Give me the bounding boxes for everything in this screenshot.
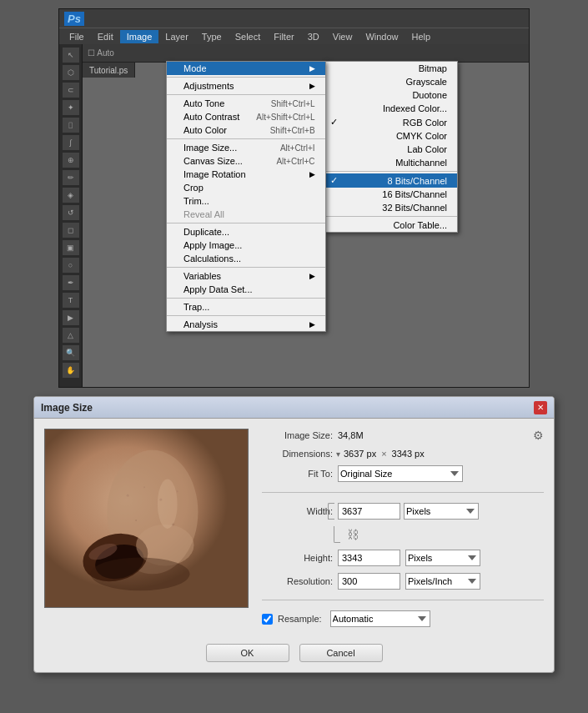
divider-resample bbox=[262, 600, 544, 600]
tool-pen[interactable]: ✒ bbox=[63, 275, 79, 290]
menu-layer[interactable]: Layer bbox=[158, 30, 195, 43]
ps-canvas-tab[interactable]: Tutorial.ps bbox=[83, 63, 135, 78]
mode-16bits[interactable]: 16 Bits/Channel bbox=[325, 188, 457, 201]
link-chain-icon: ⛓ bbox=[347, 528, 359, 541]
divider-5 bbox=[167, 267, 325, 268]
svg-point-11 bbox=[159, 499, 162, 501]
mode-cmyk-color[interactable]: CMYK Color bbox=[325, 129, 457, 143]
menu-item-adjustments-arrow: ▶ bbox=[309, 82, 315, 90]
menu-item-trap[interactable]: Trap... bbox=[167, 300, 325, 314]
mode-8bits[interactable]: ✓ 8 Bits/Channel bbox=[325, 173, 457, 188]
dimensions-x: × bbox=[381, 449, 386, 459]
menu-item-reveal-all-label: Reveal All bbox=[183, 209, 224, 219]
options-auto-text: ☐ Auto bbox=[88, 48, 114, 58]
fit-to-select[interactable]: Original Size Custom bbox=[338, 465, 463, 482]
resolution-label: Resolution: bbox=[262, 576, 333, 586]
height-unit-select[interactable]: Pixels Inches Centimeters bbox=[405, 550, 480, 566]
tool-text[interactable]: T bbox=[63, 293, 79, 308]
mode-multichannel-label: Multichannel bbox=[395, 158, 447, 168]
tool-history[interactable]: ↺ bbox=[63, 205, 79, 220]
dimensions-width-value: 3637 px bbox=[344, 449, 376, 459]
menu-item-canvas-size[interactable]: Canvas Size... Alt+Ctrl+C bbox=[167, 154, 325, 168]
divider-6 bbox=[167, 298, 325, 299]
mode-color-table[interactable]: Color Table... bbox=[325, 218, 457, 232]
menu-view[interactable]: View bbox=[326, 30, 359, 43]
tool-hand[interactable]: ✋ bbox=[63, 363, 79, 378]
resample-checkbox[interactable] bbox=[262, 614, 273, 625]
menu-item-analysis-arrow: ▶ bbox=[309, 320, 315, 329]
menu-3d[interactable]: 3D bbox=[301, 30, 326, 43]
tool-magic-wand[interactable]: ✦ bbox=[63, 100, 79, 115]
mode-grayscale[interactable]: Grayscale bbox=[325, 75, 457, 88]
tool-clone[interactable]: ◈ bbox=[63, 188, 79, 203]
resolution-row: Resolution: Pixels/Inch Pixels/Centimete… bbox=[262, 573, 544, 590]
menu-item-calculations[interactable]: Calculations... bbox=[167, 252, 325, 265]
tool-heal[interactable]: ⊕ bbox=[63, 153, 79, 168]
mode-bitmap[interactable]: Bitmap bbox=[325, 62, 457, 75]
menu-window[interactable]: Window bbox=[359, 30, 405, 43]
menu-item-crop[interactable]: Crop bbox=[167, 181, 325, 194]
ok-button[interactable]: OK bbox=[206, 644, 289, 662]
menu-edit[interactable]: Edit bbox=[91, 30, 120, 43]
width-input[interactable] bbox=[338, 503, 400, 520]
tool-gradient[interactable]: ▣ bbox=[63, 240, 79, 255]
tool-move[interactable]: ↖ bbox=[63, 48, 79, 63]
image-size-row: Image Size: 34,8M ⚙ bbox=[262, 429, 544, 442]
dialog-footer: OK Cancel bbox=[34, 637, 554, 672]
menu-type[interactable]: Type bbox=[195, 30, 229, 43]
resample-select[interactable]: Automatic Preserve Details Bicubic Smoot… bbox=[330, 610, 430, 627]
tool-zoom[interactable]: 🔍 bbox=[63, 345, 79, 360]
svg-point-14 bbox=[172, 523, 174, 525]
menu-item-analysis[interactable]: Analysis ▶ bbox=[167, 318, 325, 331]
menu-image[interactable]: Image bbox=[120, 30, 159, 43]
menu-item-trim[interactable]: Trim... bbox=[167, 194, 325, 208]
mode-8bits-label: 8 Bits/Channel bbox=[387, 176, 447, 186]
image-size-value: 34,8M bbox=[338, 430, 364, 440]
mode-lab-color[interactable]: Lab Color bbox=[325, 143, 457, 156]
menu-filter[interactable]: Filter bbox=[267, 30, 300, 43]
width-unit-select[interactable]: Pixels Inches Centimeters bbox=[404, 503, 479, 520]
menu-item-image-rotation[interactable]: Image Rotation ▶ bbox=[167, 168, 325, 181]
resolution-input[interactable] bbox=[338, 573, 400, 590]
menu-item-auto-color[interactable]: Auto Color Shift+Ctrl+B bbox=[167, 123, 325, 137]
menu-item-auto-tone[interactable]: Auto Tone Shift+Ctrl+L bbox=[167, 97, 325, 110]
menu-help[interactable]: Help bbox=[405, 30, 438, 43]
mode-indexed-color[interactable]: Indexed Color... bbox=[325, 102, 457, 115]
menu-file[interactable]: File bbox=[63, 30, 91, 43]
menu-item-variables[interactable]: Variables ▶ bbox=[167, 269, 325, 283]
tool-shape[interactable]: △ bbox=[63, 328, 79, 343]
dimensions-arrow[interactable]: ▾ bbox=[336, 449, 340, 459]
menu-select[interactable]: Select bbox=[229, 30, 268, 43]
menu-item-duplicate[interactable]: Duplicate... bbox=[167, 225, 325, 239]
image-dropdown-menu: Mode ▶ Adjustments ▶ Auto Tone Shift+Ctr… bbox=[166, 61, 326, 332]
tool-eraser[interactable]: ◻ bbox=[63, 223, 79, 238]
tool-select[interactable]: ⬡ bbox=[63, 65, 79, 80]
menu-item-adjustments[interactable]: Adjustments ▶ bbox=[167, 79, 325, 93]
tool-path-select[interactable]: ▶ bbox=[63, 310, 79, 325]
menu-item-apply-data-set[interactable]: Apply Data Set... bbox=[167, 283, 325, 296]
tool-brush[interactable]: ✏ bbox=[63, 170, 79, 185]
tool-eyedropper[interactable]: ∫ bbox=[63, 135, 79, 150]
gear-icon[interactable]: ⚙ bbox=[533, 429, 544, 442]
svg-point-13 bbox=[135, 520, 137, 521]
tool-dodge[interactable]: ○ bbox=[63, 258, 79, 273]
fit-to-label: Fit To: bbox=[262, 469, 333, 479]
mode-rgb-color[interactable]: ✓ RGB Color bbox=[325, 115, 457, 129]
mode-submenu: Bitmap Grayscale Duotone Indexed Color..… bbox=[324, 61, 458, 233]
menu-item-mode[interactable]: Mode ▶ bbox=[167, 62, 325, 75]
mode-8bits-check: ✓ bbox=[330, 175, 342, 186]
mode-multichannel[interactable]: Multichannel bbox=[325, 156, 457, 169]
tool-lasso[interactable]: ⊂ bbox=[63, 83, 79, 98]
dialog-close-button[interactable]: ✕ bbox=[534, 401, 547, 414]
tool-crop[interactable]: ⌷ bbox=[63, 118, 79, 133]
resolution-unit-select[interactable]: Pixels/Inch Pixels/Centimeter bbox=[405, 573, 480, 590]
mode-32bits[interactable]: 32 Bits/Channel bbox=[325, 201, 457, 214]
height-input[interactable] bbox=[338, 550, 400, 566]
menu-item-analysis-label: Analysis bbox=[183, 319, 218, 329]
mode-duotone[interactable]: Duotone bbox=[325, 88, 457, 102]
menu-item-apply-image[interactable]: Apply Image... bbox=[167, 239, 325, 252]
menu-item-auto-tone-shortcut: Shift+Ctrl+L bbox=[271, 99, 315, 108]
menu-item-auto-contrast[interactable]: Auto Contrast Alt+Shift+Ctrl+L bbox=[167, 110, 325, 123]
menu-item-image-size[interactable]: Image Size... Alt+Ctrl+I bbox=[167, 141, 325, 154]
cancel-button[interactable]: Cancel bbox=[299, 644, 383, 662]
